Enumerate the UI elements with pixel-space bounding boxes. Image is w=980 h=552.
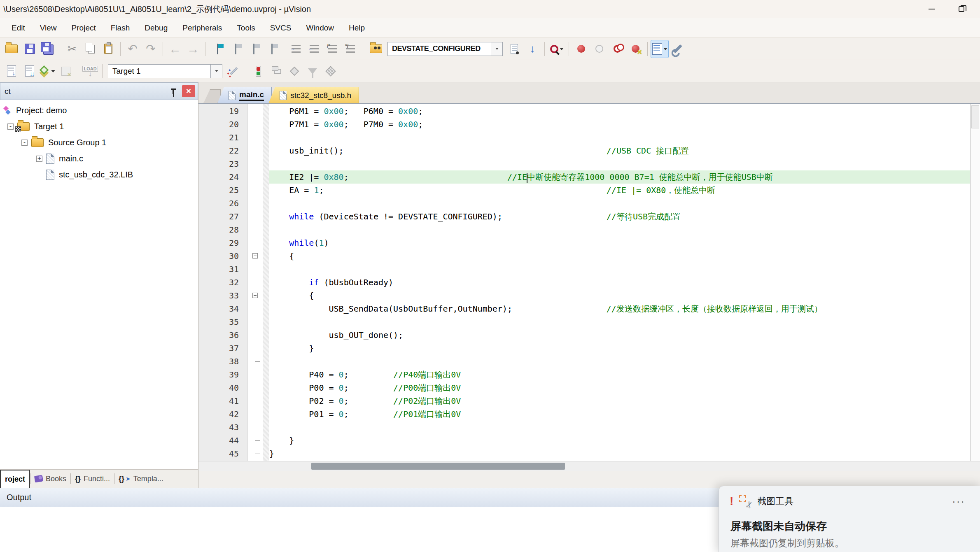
menu-item-view[interactable]: View — [33, 20, 64, 36]
save-icon[interactable] — [21, 40, 39, 58]
code-line[interactable]: 37 } — [198, 342, 980, 355]
horizontal-scrollbar-thumb[interactable] — [311, 463, 565, 470]
code-text[interactable]: } — [269, 447, 980, 460]
bookmark-clear-icon[interactable] — [263, 40, 281, 58]
panel-tab-templa[interactable]: {}➤Templa... — [114, 470, 168, 488]
tree-item[interactable]: -Target 1 — [0, 119, 198, 135]
code-text[interactable]: usb_OUT_done(); — [269, 328, 980, 342]
copy-icon[interactable] — [81, 40, 99, 58]
code-text[interactable]: P7M1 = 0x00; P7M0 = 0x00; — [269, 118, 980, 131]
build-icon[interactable] — [21, 62, 39, 80]
editor-tab-main-c[interactable]: main.c — [217, 87, 272, 103]
funnel-gray-icon[interactable] — [303, 62, 322, 80]
panel-tab-functi[interactable]: {}Functi... — [71, 470, 114, 488]
code-line[interactable]: 22 usb_init(); //USB CDC 接口配置 — [198, 144, 980, 157]
fold-collapse-icon[interactable] — [252, 253, 258, 259]
code-line[interactable]: 33 { — [198, 289, 980, 302]
code-text[interactable]: P6M1 = 0x00; P6M0 = 0x00; — [269, 105, 980, 118]
notification-more-button[interactable]: ··· — [946, 495, 971, 508]
code-text[interactable]: } — [269, 342, 980, 355]
menu-item-window[interactable]: Window — [299, 20, 341, 36]
run-to-cursor-icon[interactable] — [548, 40, 566, 58]
code-text[interactable]: IE2 |= 0x80; //IE中断使能寄存器1000 0000 B7=1 使… — [269, 170, 980, 184]
code-line[interactable]: 19 P6M1 = 0x00; P6M0 = 0x00; — [198, 105, 980, 118]
find-in-files-icon[interactable] — [367, 40, 385, 58]
menu-item-svcs[interactable]: SVCS — [263, 20, 299, 36]
pin-button[interactable] — [167, 85, 180, 98]
diamond-gray-icon[interactable] — [285, 62, 303, 80]
paste-icon[interactable] — [99, 40, 117, 58]
bookmark-prev-icon[interactable] — [226, 40, 245, 58]
nav-forward-icon[interactable] — [184, 40, 202, 58]
code-line[interactable]: 32 if (bUsbOutReady) — [198, 276, 980, 289]
rebuild-icon[interactable] — [39, 62, 57, 80]
collapse-box-icon[interactable]: - — [7, 123, 14, 130]
uncomment-icon[interactable] — [341, 40, 359, 58]
code-text[interactable]: P40 = 0; //P40端口输出0V — [269, 368, 980, 381]
menu-item-flash[interactable]: Flash — [103, 20, 137, 36]
code-line[interactable]: 25 EA = 1; //IE |= 0X80，使能总中断 — [198, 184, 980, 197]
kill-all-breakpoints-icon[interactable] — [626, 40, 644, 58]
batch-build-icon[interactable] — [57, 62, 75, 80]
restore-button[interactable] — [949, 0, 974, 18]
debug-traffic-icon[interactable] — [249, 62, 267, 80]
fold-collapse-icon[interactable] — [252, 293, 258, 298]
find-combo-value[interactable]: DEVSTATE_CONFIGURED — [387, 42, 491, 56]
code-line[interactable]: 21 — [198, 131, 980, 144]
code-line[interactable]: 34 USB_SendData(UsbOutBuffer,OutNumber);… — [198, 302, 980, 315]
code-line[interactable]: 39 P40 = 0; //P40端口输出0V — [198, 368, 980, 381]
editor-tab-stc32_stc8_usb-h[interactable]: stc32_stc8_usb.h — [268, 87, 359, 103]
code-line[interactable]: 29 while(1) — [198, 236, 980, 249]
code-line[interactable]: 44 } — [198, 434, 980, 447]
code-line[interactable]: 38 — [198, 355, 980, 368]
code-line[interactable]: 41 P02 = 0; //P02端口输出0V — [198, 394, 980, 408]
menu-item-tools[interactable]: Tools — [229, 20, 262, 36]
tree-item[interactable]: +main.c — [0, 151, 198, 167]
comment-icon[interactable] — [323, 40, 341, 58]
menu-item-help[interactable]: Help — [341, 20, 372, 36]
enable-breakpoint-icon[interactable] — [590, 40, 608, 58]
code-line[interactable]: 23 — [198, 157, 980, 170]
code-line[interactable]: 20 P7M1 = 0x00; P7M0 = 0x00; — [198, 118, 980, 131]
fold-margin[interactable] — [248, 249, 263, 263]
tree-item[interactable]: stc_usb_cdc_32.LIB — [0, 167, 198, 183]
configure-wrench-icon[interactable] — [669, 40, 687, 58]
indent-icon[interactable] — [287, 40, 305, 58]
bookmark-toggle-icon[interactable] — [208, 40, 226, 58]
code-text[interactable]: while(1) — [269, 236, 980, 249]
code-text[interactable]: } — [269, 434, 980, 447]
code-line[interactable]: 35 — [198, 315, 980, 328]
code-line[interactable]: 43 — [198, 421, 980, 434]
find-combo[interactable]: DEVSTATE_CONFIGURED — [387, 42, 503, 56]
code-text[interactable]: { — [269, 249, 980, 263]
code-text[interactable]: USB_SendData(UsbOutBuffer,OutNumber); //… — [269, 302, 980, 315]
menu-item-edit[interactable]: Edit — [4, 20, 33, 36]
save-all-icon[interactable] — [39, 40, 57, 58]
code-line[interactable]: 26 — [198, 197, 980, 210]
code-text[interactable]: if (bUsbOutReady) — [269, 276, 980, 289]
target-combo-value[interactable]: Target 1 — [108, 64, 211, 78]
target-combo-dropdown[interactable] — [211, 64, 222, 78]
menu-item-debug[interactable]: Debug — [137, 20, 175, 36]
code-line[interactable]: 24 IE2 |= 0x80; //IE中断使能寄存器1000 0000 B7=… — [198, 170, 980, 184]
open-project-icon[interactable] — [2, 40, 21, 58]
horizontal-scrollbar[interactable] — [198, 461, 980, 471]
disable-all-breakpoints-icon[interactable] — [608, 40, 626, 58]
code-text[interactable]: P01 = 0; //P01端口输出0V — [269, 408, 980, 421]
vertical-scrollbar[interactable] — [970, 104, 980, 461]
insert-breakpoint-icon[interactable] — [572, 40, 590, 58]
code-line[interactable]: 31 — [198, 263, 980, 276]
code-line[interactable]: 28 — [198, 223, 980, 236]
code-text[interactable]: P00 = 0; //P00端口输出0V — [269, 381, 980, 394]
undo-icon[interactable] — [124, 40, 142, 58]
expand-box-icon[interactable]: + — [36, 156, 42, 162]
code-text[interactable]: while (DeviceState != DEVSTATE_CONFIGURE… — [269, 210, 980, 223]
find-combo-dropdown[interactable] — [491, 42, 503, 56]
code-text[interactable]: EA = 1; //IE |= 0X80，使能总中断 — [269, 184, 980, 197]
code-editor[interactable]: 19 P6M1 = 0x00; P6M0 = 0x00;20 P7M1 = 0x… — [198, 104, 980, 461]
options-wand-icon[interactable] — [225, 62, 243, 80]
nav-back-icon[interactable] — [166, 40, 184, 58]
panel-tab-roject[interactable]: roject — [0, 470, 30, 488]
tree-item[interactable]: -Source Group 1 — [0, 135, 198, 151]
code-line[interactable]: 40 P00 = 0; //P00端口输出0V — [198, 381, 980, 394]
